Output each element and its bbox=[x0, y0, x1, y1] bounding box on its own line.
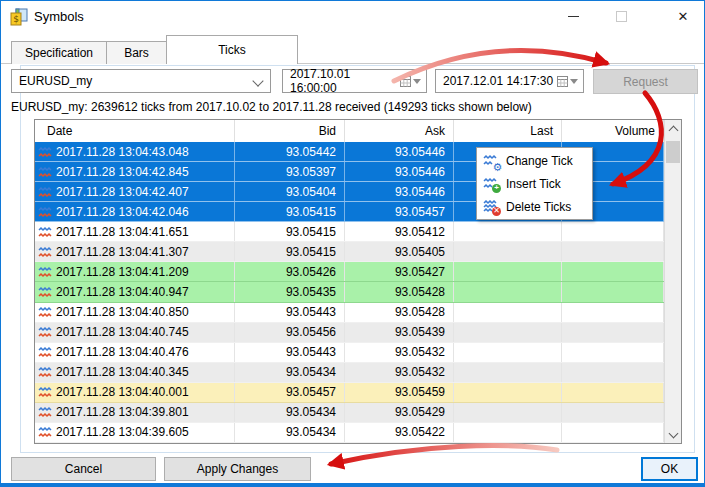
tick-date-cell: 2017.11.28 13:04:40.745 bbox=[35, 323, 235, 342]
delete-ticks-icon: ✕ bbox=[483, 200, 499, 214]
table-row[interactable]: 2017.11.28 13:04:40.85093.0544393.05428 bbox=[35, 303, 664, 323]
tick-volume-cell bbox=[562, 242, 664, 261]
tick-ask-cell: 93.05429 bbox=[345, 403, 454, 422]
column-header-bid[interactable]: Bid bbox=[235, 120, 345, 142]
table-row[interactable]: 2017.11.28 13:04:40.34593.0543493.05432 bbox=[35, 363, 664, 383]
titlebar: $ Symbols ✕ bbox=[1, 1, 704, 32]
minimize-button[interactable] bbox=[550, 1, 596, 32]
tab-ticks[interactable]: Ticks bbox=[166, 35, 298, 64]
table-row[interactable]: 2017.11.28 13:04:41.20993.0542693.05427 bbox=[35, 262, 664, 282]
menu-item-insert-tick[interactable]: + Insert Tick bbox=[477, 172, 592, 195]
tick-volume-cell bbox=[562, 222, 664, 241]
tick-bid-cell: 93.05443 bbox=[235, 303, 345, 322]
tick-date-cell: 2017.11.28 13:04:40.476 bbox=[35, 343, 235, 362]
tick-volume-cell bbox=[562, 383, 664, 402]
scroll-down-button[interactable] bbox=[665, 426, 681, 443]
tick-date-cell: 2017.11.28 13:04:40.345 bbox=[35, 363, 235, 382]
tick-bid-cell: 93.05415 bbox=[235, 202, 345, 221]
tick-volume-cell bbox=[562, 282, 664, 301]
apply-changes-button[interactable]: Apply Changes bbox=[164, 457, 311, 481]
table-row[interactable]: 2017.11.28 13:04:40.00193.0545793.05459 bbox=[35, 383, 664, 403]
tick-date-cell: 2017.11.28 13:04:39.605 bbox=[35, 423, 235, 442]
ticks-summary-text: EURUSD_my: 2639612 ticks from 2017.10.02… bbox=[11, 100, 532, 114]
menu-item-change-tick[interactable]: ⚙ Change Tick bbox=[477, 149, 592, 172]
tick-wave-icon bbox=[38, 226, 52, 238]
tick-wave-icon bbox=[38, 366, 52, 378]
tick-ask-cell: 93.05446 bbox=[345, 162, 454, 181]
tick-volume-cell bbox=[562, 343, 664, 362]
symbol-combobox-value: EURUSD_my bbox=[19, 74, 92, 88]
tick-bid-cell: 93.05404 bbox=[235, 182, 345, 201]
vertical-scrollbar[interactable] bbox=[664, 120, 681, 443]
tick-wave-icon bbox=[38, 186, 52, 198]
column-header-last[interactable]: Last bbox=[454, 120, 562, 142]
tick-bid-cell: 93.05426 bbox=[235, 262, 345, 281]
to-datetime-field[interactable]: 2017.12.01 14:17:30 bbox=[435, 69, 584, 93]
tick-bid-cell: 93.05434 bbox=[235, 363, 345, 382]
date-dropdown-icon[interactable] bbox=[413, 79, 421, 84]
tick-wave-icon bbox=[38, 286, 52, 298]
scroll-up-button[interactable] bbox=[665, 120, 681, 137]
table-row[interactable]: 2017.11.28 13:04:40.47693.0544393.05432 bbox=[35, 343, 664, 363]
tick-ask-cell: 93.05432 bbox=[345, 343, 454, 362]
tick-ask-cell: 93.05446 bbox=[345, 142, 454, 161]
tick-date-cell: 2017.11.28 13:04:42.046 bbox=[35, 202, 235, 221]
tick-bid-cell: 93.05434 bbox=[235, 423, 345, 442]
table-row[interactable]: 2017.11.28 13:04:41.30793.0541593.05405 bbox=[35, 242, 664, 262]
column-header-date[interactable]: Date bbox=[35, 120, 235, 142]
request-button[interactable]: Request bbox=[593, 69, 698, 94]
tick-wave-icon bbox=[38, 146, 52, 158]
scrollbar-thumb[interactable] bbox=[666, 141, 680, 163]
tick-bid-cell: 93.05415 bbox=[235, 242, 345, 261]
column-header-ask[interactable]: Ask bbox=[345, 120, 454, 142]
window-title: Symbols bbox=[34, 9, 84, 24]
table-row[interactable]: 2017.11.28 13:04:39.80193.0543493.05429 bbox=[35, 403, 664, 423]
tick-last-cell bbox=[454, 383, 562, 402]
tick-volume-cell bbox=[562, 423, 664, 442]
tick-last-cell bbox=[454, 282, 562, 301]
calendar-icon bbox=[557, 76, 568, 87]
tick-wave-icon bbox=[38, 346, 52, 358]
tick-ask-cell: 93.05459 bbox=[345, 383, 454, 402]
chevron-down-icon bbox=[252, 75, 263, 86]
tick-date-cell: 2017.11.28 13:04:40.850 bbox=[35, 303, 235, 322]
tick-bid-cell: 93.05434 bbox=[235, 403, 345, 422]
symbol-combobox[interactable]: EURUSD_my bbox=[11, 69, 271, 93]
tick-bid-cell: 93.05435 bbox=[235, 282, 345, 301]
tick-bid-cell: 93.05456 bbox=[235, 323, 345, 342]
tick-last-cell bbox=[454, 423, 562, 442]
tick-date-cell: 2017.11.28 13:04:42.845 bbox=[35, 162, 235, 181]
table-row[interactable]: 2017.11.28 13:04:40.94793.0543593.05428 bbox=[35, 282, 664, 302]
menu-item-delete-ticks[interactable]: ✕ Delete Ticks bbox=[477, 195, 592, 218]
tick-volume-cell bbox=[562, 303, 664, 322]
tab-specification[interactable]: Specification bbox=[11, 41, 107, 64]
maximize-icon bbox=[616, 11, 627, 22]
tick-ask-cell: 93.05446 bbox=[345, 182, 454, 201]
tick-context-menu: ⚙ Change Tick + Insert Tick ✕ bbox=[476, 147, 593, 220]
tick-date-cell: 2017.11.28 13:04:41.209 bbox=[35, 262, 235, 281]
maximize-button[interactable] bbox=[598, 1, 644, 32]
tick-volume-cell bbox=[562, 323, 664, 342]
change-tick-icon: ⚙ bbox=[483, 154, 499, 168]
gear-icon: ⚙ bbox=[493, 163, 502, 172]
delete-icon: ✕ bbox=[492, 207, 501, 216]
cancel-button[interactable]: Cancel bbox=[11, 457, 156, 481]
tick-ask-cell: 93.05457 bbox=[345, 202, 454, 221]
close-icon: ✕ bbox=[678, 10, 689, 23]
table-row[interactable]: 2017.11.28 13:04:39.60593.0543493.05422 bbox=[35, 423, 664, 443]
table-row[interactable]: 2017.11.28 13:04:40.74593.0545693.05439 bbox=[35, 323, 664, 343]
tab-bars[interactable]: Bars bbox=[106, 41, 167, 64]
close-button[interactable]: ✕ bbox=[660, 1, 705, 32]
menu-item-label: Delete Ticks bbox=[506, 200, 571, 214]
tick-wave-icon bbox=[38, 166, 52, 178]
from-datetime-field[interactable]: 2017.10.01 16:00:00 bbox=[282, 69, 427, 93]
column-header-volume[interactable]: Volume bbox=[562, 120, 664, 142]
date-dropdown-icon[interactable] bbox=[570, 79, 578, 84]
calendar-icon bbox=[400, 76, 411, 87]
tick-table-header: Date Bid Ask Last Volume bbox=[35, 120, 664, 143]
tick-bid-cell: 93.05443 bbox=[235, 343, 345, 362]
from-datetime-value: 2017.10.01 16:00:00 bbox=[290, 67, 400, 95]
table-row[interactable]: 2017.11.28 13:04:41.65193.0541593.05412 bbox=[35, 222, 664, 242]
tick-wave-icon bbox=[38, 206, 52, 218]
ok-button[interactable]: OK bbox=[641, 457, 698, 481]
